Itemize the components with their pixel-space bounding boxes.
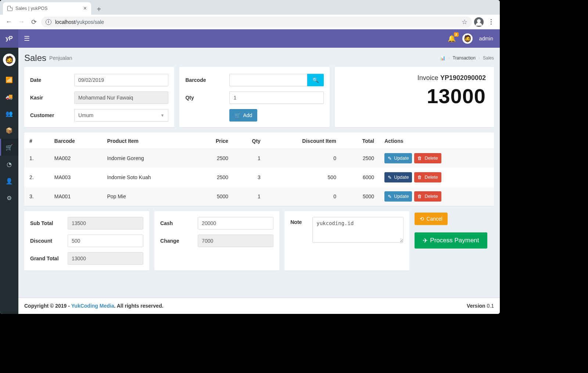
- discount-input[interactable]: [68, 235, 143, 247]
- new-tab-button[interactable]: +: [93, 4, 104, 15]
- note-label: Note: [290, 217, 309, 225]
- footer: Copyright © 2019 - YukCoding Media. All …: [18, 297, 500, 314]
- qty-label: Qty: [185, 95, 226, 101]
- table-cell: Pop Mie: [102, 187, 194, 206]
- kasir-label: Kasir: [30, 95, 71, 101]
- subtotal-label: Sub Total: [30, 220, 64, 226]
- sidebar-avatar[interactable]: 🧔: [3, 54, 15, 66]
- table-cell: 3: [233, 168, 266, 187]
- table-cell: 6000: [341, 168, 379, 187]
- add-item-button[interactable]: 🛒 Add: [229, 109, 257, 122]
- reload-button[interactable]: ⟳: [29, 17, 39, 27]
- sidebar-settings-icon[interactable]: ⚙: [0, 189, 18, 206]
- footer-version-label: Version: [467, 303, 487, 309]
- actions-cell: ✎ Update🗑 Delete: [379, 168, 494, 187]
- tab-close-icon[interactable]: ×: [83, 5, 87, 12]
- update-button[interactable]: ✎ Update: [384, 191, 412, 202]
- table-cell: 5000: [194, 187, 233, 206]
- table-cell: 0: [266, 149, 341, 168]
- delete-button[interactable]: 🗑 Delete: [414, 172, 441, 182]
- update-button[interactable]: ✎ Update: [384, 153, 412, 163]
- table-header: Price: [194, 134, 233, 149]
- dashboard-icon[interactable]: 📊: [440, 55, 445, 61]
- browser-menu-button[interactable]: [486, 17, 496, 27]
- table-cell: 0: [266, 187, 341, 206]
- process-payment-button[interactable]: ✈ Process Payment: [415, 232, 487, 249]
- table-cell: 1: [233, 149, 266, 168]
- notifications-count: 2: [454, 32, 459, 37]
- table-cell: 2500: [194, 149, 233, 168]
- footer-brand-link[interactable]: YukCoding Media: [71, 303, 114, 309]
- barcode-label: Barcode: [185, 77, 226, 83]
- sidebar-dashboard-icon[interactable]: 📶: [0, 71, 18, 88]
- table-header: Product Item: [102, 134, 194, 149]
- sidebar-product-icon[interactable]: 📦: [0, 122, 18, 139]
- table-header: #: [24, 134, 49, 149]
- barcode-input[interactable]: [229, 74, 307, 86]
- bookmark-star-icon[interactable]: ☆: [462, 18, 467, 26]
- barcode-search-button[interactable]: 🔍: [307, 74, 324, 86]
- table-cell: 5000: [341, 187, 379, 206]
- refresh-icon: ⟲: [420, 216, 424, 222]
- app-logo[interactable]: yP: [0, 29, 18, 48]
- browser-profile-icon[interactable]: [474, 17, 484, 27]
- update-button[interactable]: ✎ Update: [384, 172, 412, 182]
- table-cell: Indomie Soto Kuah: [102, 168, 194, 187]
- customer-select[interactable]: Umum ▼: [74, 109, 168, 122]
- pencil-icon: ✎: [388, 156, 392, 161]
- table-row: 1.MA002Indomie Goreng2500102500✎ Update🗑…: [24, 149, 494, 168]
- subtotal-input: [68, 217, 143, 229]
- tab-favicon: [7, 6, 12, 11]
- forward-button[interactable]: →: [16, 17, 26, 27]
- table-cell: MA001: [49, 187, 102, 206]
- actions-cell: ✎ Update🗑 Delete: [379, 149, 494, 168]
- table-header: Actions: [379, 134, 494, 149]
- table-cell: 1: [233, 187, 266, 206]
- delete-button[interactable]: 🗑 Delete: [414, 191, 441, 202]
- sidebar-user-icon[interactable]: 👤: [0, 173, 18, 189]
- table-cell: 2500: [194, 168, 233, 187]
- address-bar[interactable]: i localhost/yukpos/sale ☆: [41, 17, 472, 28]
- invoice-number: YP1902090002: [440, 74, 486, 82]
- invoice-label: Invoice YP1902090002: [343, 74, 486, 82]
- site-info-icon[interactable]: i: [46, 19, 51, 25]
- delete-button[interactable]: 🗑 Delete: [414, 153, 441, 163]
- page-subtitle: Penjualan: [49, 55, 72, 61]
- note-textarea[interactable]: yukcoding.id: [312, 217, 404, 243]
- pencil-icon: ✎: [388, 175, 392, 180]
- table-cell: 2500: [341, 149, 379, 168]
- user-avatar[interactable]: 🧔: [462, 33, 473, 44]
- date-input[interactable]: [74, 74, 168, 86]
- grandtotal-label: Grand Total: [30, 256, 64, 261]
- qty-input[interactable]: [229, 91, 323, 104]
- sidebar-customer-icon[interactable]: 👥: [0, 105, 18, 122]
- browser-tab[interactable]: Sales | yukPOS ×: [3, 2, 91, 15]
- page-title: Sales: [24, 53, 46, 63]
- browser-toolbar: ← → ⟳ i localhost/yukpos/sale ☆: [0, 15, 500, 29]
- url-text: localhost/yukpos/sale: [55, 19, 104, 25]
- grandtotal-input: [68, 252, 143, 265]
- user-name[interactable]: admin: [479, 36, 493, 41]
- actions-cell: ✎ Update🗑 Delete: [379, 187, 494, 206]
- customer-select-value: Umum: [78, 112, 93, 118]
- table-cell: Indomie Goreng: [102, 149, 194, 168]
- trash-icon: 🗑: [417, 194, 422, 199]
- sidebar-sales-icon[interactable]: 🛒: [0, 139, 18, 156]
- table-cell: 3.: [24, 187, 49, 206]
- sidebar-report-icon[interactable]: ◔: [0, 156, 18, 173]
- change-label: Change: [160, 238, 194, 244]
- cash-input[interactable]: [198, 217, 273, 229]
- browser-tabstrip: Sales | yukPOS × +: [0, 0, 500, 15]
- sidebar-supplier-icon[interactable]: 🚚: [0, 88, 18, 105]
- sidebar-toggle-button[interactable]: ☰: [18, 29, 35, 48]
- back-button[interactable]: ←: [4, 17, 14, 27]
- table-header: Qty: [233, 134, 266, 149]
- sidebar: 🧔 📶 🚚 👥 📦 🛒 ◔ 👤 ⚙: [0, 48, 18, 314]
- app-topbar: yP ☰ 🔔2 🧔 admin: [0, 29, 500, 48]
- breadcrumb-root[interactable]: Transaction: [453, 55, 476, 61]
- table-cell: MA002: [49, 149, 102, 168]
- notifications-button[interactable]: 🔔2: [448, 35, 456, 43]
- cancel-button[interactable]: ⟲ Cancel: [415, 213, 448, 225]
- customer-label: Customer: [30, 112, 71, 118]
- table-header: Total: [341, 134, 379, 149]
